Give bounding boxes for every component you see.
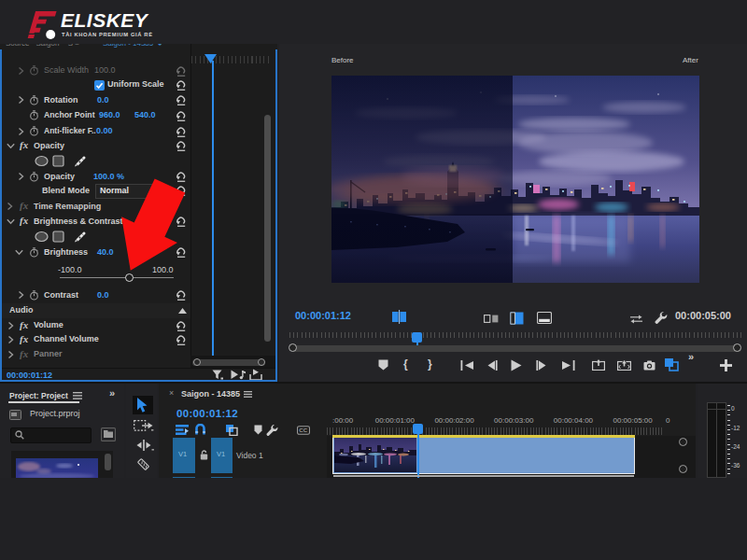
svg-text:CC: CC	[299, 427, 307, 433]
